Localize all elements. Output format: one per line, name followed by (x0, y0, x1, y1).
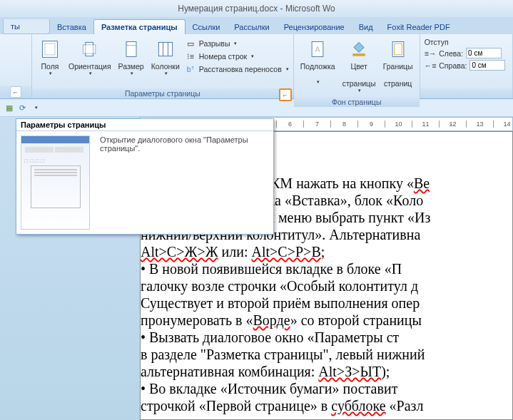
tooltip-preview-icon: ⬚ ⬚ ⬚ ⬚ (21, 135, 90, 230)
columns-button[interactable]: Колонки▾ (148, 36, 183, 78)
page-borders-icon (387, 38, 410, 61)
page-color-button[interactable]: Цветстраницы▾ (339, 36, 380, 95)
indent-label: Отступ (425, 38, 506, 46)
size-icon (120, 38, 143, 61)
line-numbers-icon: ⁝≡ (185, 51, 196, 62)
chevron-down-icon: ▾ (89, 71, 92, 76)
breaks-button[interactable]: ▭Разрывы▾ (185, 38, 289, 49)
margins-button[interactable]: Поля▾ (35, 36, 65, 78)
group-page-setup: Параметры страницы ⌐ (32, 88, 293, 98)
tab-review[interactable]: Рецензирование (277, 20, 352, 34)
svg-rect-4 (126, 42, 136, 57)
doc-title: Нумерация страниц.docx (178, 4, 278, 14)
tab-view[interactable]: Вид (352, 20, 380, 34)
qat-icon-1[interactable]: ▦ (4, 103, 14, 113)
chevron-down-icon: ▾ (234, 41, 237, 46)
size-button[interactable]: Размер▾ (115, 36, 148, 78)
tooltip-title: Параметры страницы (16, 119, 273, 131)
ribbon: ⌐ Поля▾ Ориентация▾ Размер▾ Колонки (0, 34, 513, 99)
page-setup-launcher[interactable]: ⌐ (279, 88, 292, 101)
indent-right-input[interactable] (469, 60, 505, 71)
hyphenation-icon: bꜛ (185, 63, 196, 75)
tab-foxit[interactable]: Foxit Reader PDF (380, 20, 457, 34)
watermark-button[interactable]: A Подложка▾ (297, 36, 339, 86)
chevron-down-icon: ▾ (165, 71, 168, 76)
chevron-down-icon: ▾ (317, 79, 320, 85)
page-borders-button[interactable]: Границыстраниц (380, 36, 417, 89)
app-title: Microsoft Wo (285, 4, 335, 14)
margins-icon (39, 38, 61, 61)
page-color-icon (347, 38, 370, 61)
qat-icon-2[interactable]: ⟳ (17, 103, 27, 113)
tooltip-page-setup: Параметры страницы ⬚ ⬚ ⬚ ⬚ Открытие диал… (16, 118, 274, 235)
chevron-down-icon: ▾ (131, 71, 133, 76)
chevron-down-icon: ▾ (358, 88, 361, 93)
tab-insert[interactable]: Вставка (50, 20, 93, 34)
svg-rect-3 (83, 45, 96, 53)
indent-left-icon: ≡→ (425, 49, 437, 58)
breaks-icon: ▭ (185, 38, 196, 49)
chevron-down-icon[interactable]: ▾ (31, 103, 41, 113)
orientation-icon (78, 38, 101, 61)
hyphenation-button[interactable]: bꜛРасстановка переносов▾ (185, 63, 289, 75)
titlebar: Нумерация страниц.docx - Microsoft Wo (0, 0, 513, 17)
tab-references[interactable]: Ссылки (186, 20, 228, 34)
indent-left-input[interactable] (466, 48, 502, 58)
tab-page-layout[interactable]: Разметка страницы (93, 19, 186, 34)
quick-access-toolbar: ▦ ⟳ ▾ (0, 99, 513, 117)
launcher-icon[interactable]: ⌐ (10, 86, 21, 98)
chevron-down-icon: ▾ (251, 53, 254, 59)
line-numbers-button[interactable]: ⁝≡Номера строк▾ (185, 51, 289, 62)
tab-mailings[interactable]: Рассылки (227, 20, 276, 34)
svg-text:A: A (315, 45, 320, 53)
columns-icon (154, 38, 177, 61)
ribbon-tabs: ты Вставка Разметка страницы Ссылки Расс… (0, 17, 513, 34)
tooltip-text: Открытие диалогового окна "Параметры стр… (94, 131, 273, 234)
watermark-icon: A (306, 38, 329, 61)
chevron-down-icon: ▾ (286, 66, 289, 72)
indent-right-icon: ←≡ (425, 61, 437, 70)
orientation-button[interactable]: Ориентация▾ (65, 36, 115, 78)
group-page-background: Фон страницы (294, 97, 420, 107)
svg-rect-11 (352, 53, 365, 56)
tab-clipboard-fragment[interactable]: ты (3, 19, 50, 34)
svg-rect-6 (158, 42, 172, 56)
chevron-down-icon: ▾ (49, 71, 52, 76)
